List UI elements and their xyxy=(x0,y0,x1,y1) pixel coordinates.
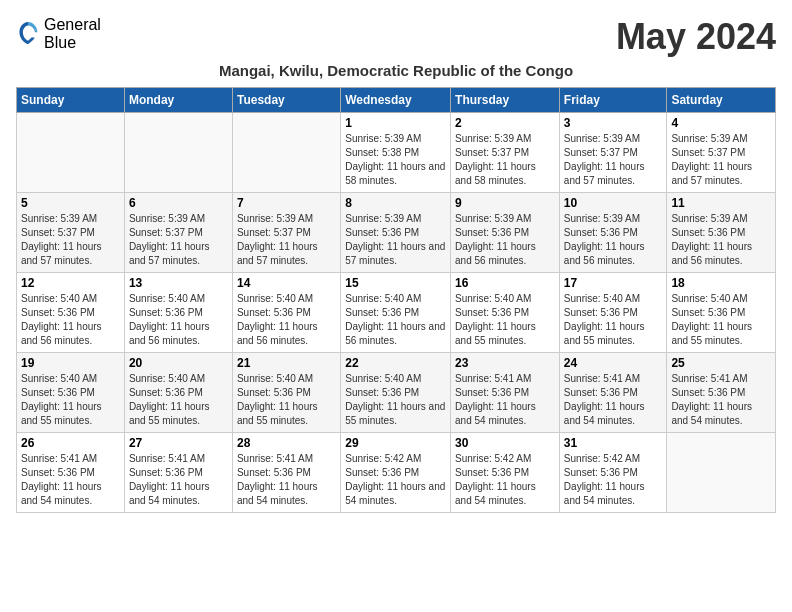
day-info: Sunrise: 5:39 AMSunset: 5:36 PMDaylight:… xyxy=(345,212,446,268)
logo-general: General xyxy=(44,16,101,34)
table-row: 6Sunrise: 5:39 AMSunset: 5:37 PMDaylight… xyxy=(124,193,232,273)
day-info: Sunrise: 5:39 AMSunset: 5:37 PMDaylight:… xyxy=(237,212,336,268)
day-number: 20 xyxy=(129,356,228,370)
logo-text: General Blue xyxy=(44,16,101,51)
header-saturday: Saturday xyxy=(667,88,776,113)
day-number: 26 xyxy=(21,436,120,450)
day-number: 22 xyxy=(345,356,446,370)
day-info: Sunrise: 5:39 AMSunset: 5:36 PMDaylight:… xyxy=(455,212,555,268)
header-friday: Friday xyxy=(559,88,667,113)
day-info: Sunrise: 5:40 AMSunset: 5:36 PMDaylight:… xyxy=(671,292,771,348)
table-row: 12Sunrise: 5:40 AMSunset: 5:36 PMDayligh… xyxy=(17,273,125,353)
day-info: Sunrise: 5:39 AMSunset: 5:36 PMDaylight:… xyxy=(671,212,771,268)
day-number: 14 xyxy=(237,276,336,290)
table-row: 1Sunrise: 5:39 AMSunset: 5:38 PMDaylight… xyxy=(341,113,451,193)
table-row: 18Sunrise: 5:40 AMSunset: 5:36 PMDayligh… xyxy=(667,273,776,353)
table-row: 5Sunrise: 5:39 AMSunset: 5:37 PMDaylight… xyxy=(17,193,125,273)
day-number: 30 xyxy=(455,436,555,450)
day-number: 3 xyxy=(564,116,663,130)
table-row: 3Sunrise: 5:39 AMSunset: 5:37 PMDaylight… xyxy=(559,113,667,193)
day-info: Sunrise: 5:39 AMSunset: 5:37 PMDaylight:… xyxy=(21,212,120,268)
header-tuesday: Tuesday xyxy=(232,88,340,113)
logo-blue: Blue xyxy=(44,34,101,52)
day-info: Sunrise: 5:39 AMSunset: 5:37 PMDaylight:… xyxy=(455,132,555,188)
calendar-week-row: 19Sunrise: 5:40 AMSunset: 5:36 PMDayligh… xyxy=(17,353,776,433)
table-row: 21Sunrise: 5:40 AMSunset: 5:36 PMDayligh… xyxy=(232,353,340,433)
table-row xyxy=(232,113,340,193)
day-info: Sunrise: 5:41 AMSunset: 5:36 PMDaylight:… xyxy=(129,452,228,508)
day-info: Sunrise: 5:40 AMSunset: 5:36 PMDaylight:… xyxy=(237,292,336,348)
day-number: 8 xyxy=(345,196,446,210)
day-number: 19 xyxy=(21,356,120,370)
calendar-week-row: 5Sunrise: 5:39 AMSunset: 5:37 PMDaylight… xyxy=(17,193,776,273)
location-title: Mangai, Kwilu, Democratic Republic of th… xyxy=(16,62,776,79)
header-sunday: Sunday xyxy=(17,88,125,113)
day-number: 12 xyxy=(21,276,120,290)
day-number: 27 xyxy=(129,436,228,450)
day-number: 17 xyxy=(564,276,663,290)
calendar-header-row: Sunday Monday Tuesday Wednesday Thursday… xyxy=(17,88,776,113)
day-number: 21 xyxy=(237,356,336,370)
table-row: 9Sunrise: 5:39 AMSunset: 5:36 PMDaylight… xyxy=(451,193,560,273)
day-number: 13 xyxy=(129,276,228,290)
day-number: 1 xyxy=(345,116,446,130)
day-info: Sunrise: 5:40 AMSunset: 5:36 PMDaylight:… xyxy=(21,292,120,348)
calendar-table: Sunday Monday Tuesday Wednesday Thursday… xyxy=(16,87,776,513)
table-row: 14Sunrise: 5:40 AMSunset: 5:36 PMDayligh… xyxy=(232,273,340,353)
table-row: 23Sunrise: 5:41 AMSunset: 5:36 PMDayligh… xyxy=(451,353,560,433)
logo-icon xyxy=(16,20,40,48)
day-info: Sunrise: 5:41 AMSunset: 5:36 PMDaylight:… xyxy=(237,452,336,508)
day-info: Sunrise: 5:40 AMSunset: 5:36 PMDaylight:… xyxy=(129,372,228,428)
day-info: Sunrise: 5:40 AMSunset: 5:36 PMDaylight:… xyxy=(21,372,120,428)
day-number: 28 xyxy=(237,436,336,450)
day-number: 10 xyxy=(564,196,663,210)
day-number: 18 xyxy=(671,276,771,290)
table-row: 25Sunrise: 5:41 AMSunset: 5:36 PMDayligh… xyxy=(667,353,776,433)
day-number: 25 xyxy=(671,356,771,370)
header-thursday: Thursday xyxy=(451,88,560,113)
day-info: Sunrise: 5:39 AMSunset: 5:37 PMDaylight:… xyxy=(129,212,228,268)
day-info: Sunrise: 5:40 AMSunset: 5:36 PMDaylight:… xyxy=(455,292,555,348)
calendar-week-row: 12Sunrise: 5:40 AMSunset: 5:36 PMDayligh… xyxy=(17,273,776,353)
day-number: 15 xyxy=(345,276,446,290)
day-info: Sunrise: 5:41 AMSunset: 5:36 PMDaylight:… xyxy=(671,372,771,428)
table-row xyxy=(667,433,776,513)
day-info: Sunrise: 5:42 AMSunset: 5:36 PMDaylight:… xyxy=(345,452,446,508)
day-number: 6 xyxy=(129,196,228,210)
table-row: 27Sunrise: 5:41 AMSunset: 5:36 PMDayligh… xyxy=(124,433,232,513)
table-row: 24Sunrise: 5:41 AMSunset: 5:36 PMDayligh… xyxy=(559,353,667,433)
table-row: 20Sunrise: 5:40 AMSunset: 5:36 PMDayligh… xyxy=(124,353,232,433)
day-info: Sunrise: 5:40 AMSunset: 5:36 PMDaylight:… xyxy=(237,372,336,428)
day-info: Sunrise: 5:42 AMSunset: 5:36 PMDaylight:… xyxy=(564,452,663,508)
day-number: 23 xyxy=(455,356,555,370)
table-row: 26Sunrise: 5:41 AMSunset: 5:36 PMDayligh… xyxy=(17,433,125,513)
table-row: 13Sunrise: 5:40 AMSunset: 5:36 PMDayligh… xyxy=(124,273,232,353)
day-info: Sunrise: 5:39 AMSunset: 5:37 PMDaylight:… xyxy=(671,132,771,188)
table-row: 11Sunrise: 5:39 AMSunset: 5:36 PMDayligh… xyxy=(667,193,776,273)
day-info: Sunrise: 5:40 AMSunset: 5:36 PMDaylight:… xyxy=(564,292,663,348)
header-monday: Monday xyxy=(124,88,232,113)
table-row: 28Sunrise: 5:41 AMSunset: 5:36 PMDayligh… xyxy=(232,433,340,513)
page-header: General Blue May 2024 xyxy=(16,16,776,58)
table-row: 19Sunrise: 5:40 AMSunset: 5:36 PMDayligh… xyxy=(17,353,125,433)
day-number: 11 xyxy=(671,196,771,210)
header-wednesday: Wednesday xyxy=(341,88,451,113)
table-row: 30Sunrise: 5:42 AMSunset: 5:36 PMDayligh… xyxy=(451,433,560,513)
day-info: Sunrise: 5:40 AMSunset: 5:36 PMDaylight:… xyxy=(129,292,228,348)
day-info: Sunrise: 5:41 AMSunset: 5:36 PMDaylight:… xyxy=(455,372,555,428)
table-row xyxy=(124,113,232,193)
day-info: Sunrise: 5:39 AMSunset: 5:36 PMDaylight:… xyxy=(564,212,663,268)
day-info: Sunrise: 5:39 AMSunset: 5:38 PMDaylight:… xyxy=(345,132,446,188)
logo: General Blue xyxy=(16,16,101,51)
day-number: 2 xyxy=(455,116,555,130)
table-row: 7Sunrise: 5:39 AMSunset: 5:37 PMDaylight… xyxy=(232,193,340,273)
day-info: Sunrise: 5:40 AMSunset: 5:36 PMDaylight:… xyxy=(345,372,446,428)
table-row: 15Sunrise: 5:40 AMSunset: 5:36 PMDayligh… xyxy=(341,273,451,353)
day-number: 5 xyxy=(21,196,120,210)
table-row: 2Sunrise: 5:39 AMSunset: 5:37 PMDaylight… xyxy=(451,113,560,193)
table-row: 8Sunrise: 5:39 AMSunset: 5:36 PMDaylight… xyxy=(341,193,451,273)
table-row: 17Sunrise: 5:40 AMSunset: 5:36 PMDayligh… xyxy=(559,273,667,353)
day-info: Sunrise: 5:42 AMSunset: 5:36 PMDaylight:… xyxy=(455,452,555,508)
day-number: 24 xyxy=(564,356,663,370)
day-number: 16 xyxy=(455,276,555,290)
